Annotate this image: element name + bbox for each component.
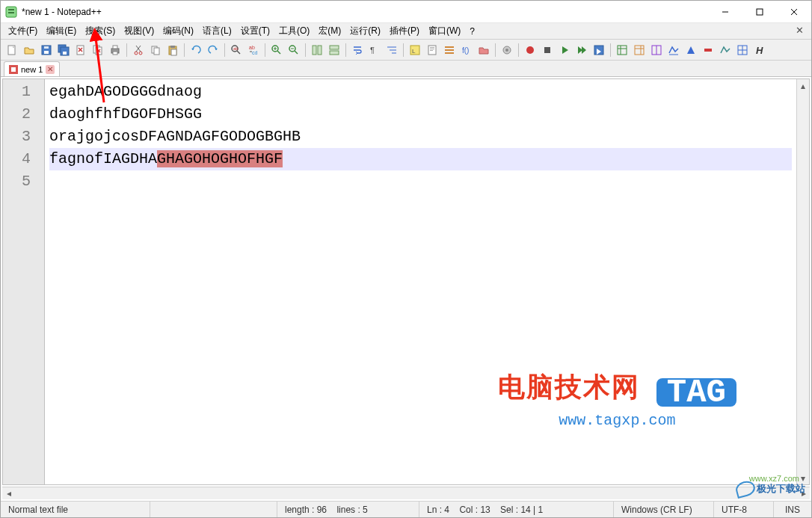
stop-macro-icon[interactable] (539, 42, 556, 58)
close-file-icon[interactable] (73, 42, 89, 58)
menu-view[interactable]: 视图(V) (120, 23, 159, 39)
bold-h-icon[interactable]: H (751, 42, 768, 58)
menu-language[interactable]: 语言(L) (198, 23, 236, 39)
svg-text:L: L (412, 48, 416, 55)
toolbar-separator (403, 43, 404, 57)
app-icon (5, 6, 17, 18)
toolbar-separator (224, 43, 225, 57)
tab-label: new 1 (21, 65, 43, 74)
menu-file[interactable]: 文件(F) (4, 23, 42, 39)
minimize-button[interactable] (708, 1, 742, 22)
status-length: length : 96 lines : 5 (277, 502, 419, 517)
doc-map-icon[interactable] (424, 42, 440, 58)
indent-guide-icon[interactable] (384, 42, 400, 58)
line-number: 2 (3, 103, 44, 126)
menu-tools[interactable]: 工具(O) (274, 23, 314, 39)
word-wrap-icon[interactable] (349, 42, 366, 58)
menu-bar: 文件(F) 编辑(E) 搜索(S) 视图(V) 编码(N) 语言(L) 设置(T… (1, 23, 811, 40)
svg-rect-66 (544, 47, 550, 53)
scroll-up-icon[interactable]: ▴ (797, 79, 809, 92)
svg-rect-59 (445, 46, 454, 48)
status-insert-mode[interactable]: INS (774, 502, 811, 517)
zoom-out-icon[interactable] (286, 42, 302, 58)
menu-help[interactable]: ? (465, 25, 479, 38)
save-icon[interactable] (38, 42, 55, 58)
svg-rect-71 (635, 46, 644, 55)
save-macro-icon[interactable] (591, 42, 607, 58)
doc-list-icon[interactable] (441, 42, 458, 58)
t5-icon[interactable] (683, 42, 699, 58)
line-number: 1 (3, 81, 44, 103)
func-list-icon[interactable]: f() (458, 42, 475, 58)
new-file-icon[interactable] (4, 42, 20, 58)
watermark-tagxp: 电脑技术网 TAG www.tagxp.com (498, 378, 736, 432)
menu-run[interactable]: 运行(R) (345, 23, 385, 39)
tab-bar: new 1 ✕ (1, 61, 811, 77)
menu-edit[interactable]: 编辑(E) (42, 23, 81, 39)
close-button[interactable] (777, 1, 811, 22)
toolbar-separator (610, 43, 611, 57)
t3-icon[interactable] (648, 42, 665, 58)
undo-icon[interactable] (188, 42, 204, 58)
t8-icon[interactable] (734, 42, 751, 58)
menu-macro[interactable]: 宏(M) (314, 23, 345, 39)
close-all-icon[interactable] (90, 42, 106, 58)
toolbar-separator (495, 43, 496, 57)
t6-icon[interactable] (700, 42, 716, 58)
toolbar-separator (305, 43, 306, 57)
tab-close-icon[interactable]: ✕ (46, 65, 55, 74)
svg-line-43 (295, 51, 298, 54)
find-icon[interactable]: ab (228, 42, 244, 58)
t2-icon[interactable] (631, 42, 648, 58)
play-macro-icon[interactable] (556, 42, 573, 58)
t1-icon[interactable] (614, 42, 630, 58)
menu-plugins[interactable]: 插件(P) (385, 23, 424, 39)
horizontal-scrollbar[interactable]: ◂ ▸ (2, 487, 810, 499)
vertical-scrollbar[interactable]: ▴ ▾ (796, 79, 809, 484)
line-number-gutter: 1 2 3 4 5 (3, 79, 45, 484)
t7-icon[interactable] (717, 42, 733, 58)
copy-icon[interactable] (147, 42, 164, 58)
status-eol[interactable]: Windows (CR LF) (614, 502, 714, 517)
scroll-left-icon[interactable]: ◂ (2, 487, 15, 499)
monitor-icon[interactable] (499, 42, 515, 58)
open-file-icon[interactable] (21, 42, 37, 58)
toolbar-separator (518, 43, 519, 57)
lang-udl-icon[interactable]: L (407, 42, 423, 58)
code-area[interactable]: egahDAGODGGGdnaog daoghfhfDGOFDHSGG oraj… (45, 79, 796, 484)
menu-search[interactable]: 搜索(S) (81, 23, 120, 39)
svg-rect-68 (618, 46, 627, 55)
redo-icon[interactable] (205, 42, 221, 58)
svg-rect-76 (704, 49, 712, 52)
status-encoding[interactable]: UTF-8 (714, 502, 774, 517)
scroll-down-icon[interactable]: ▾ (797, 472, 809, 484)
menubar-close-doc-icon[interactable]: ✕ (796, 25, 804, 36)
svg-rect-23 (113, 52, 117, 55)
cut-icon[interactable] (130, 42, 147, 58)
paste-icon[interactable] (164, 42, 181, 58)
toolbar-separator (126, 43, 127, 57)
replace-icon[interactable]: abcd (245, 42, 262, 58)
folder-icon[interactable] (476, 42, 492, 58)
svg-rect-46 (318, 46, 322, 55)
all-chars-icon[interactable]: ¶ (366, 42, 383, 58)
record-macro-icon[interactable] (522, 42, 538, 58)
t4-icon[interactable] (665, 42, 682, 58)
zoom-in-icon[interactable] (268, 42, 285, 58)
save-all-icon[interactable] (55, 42, 72, 58)
menu-encoding[interactable]: 编码(N) (159, 23, 198, 39)
scroll-right-icon[interactable]: ▸ (797, 487, 810, 499)
menu-settings[interactable]: 设置(T) (236, 23, 274, 39)
sync-h-icon[interactable] (326, 42, 342, 58)
svg-text:cd: cd (252, 50, 258, 55)
sync-v-icon[interactable] (309, 42, 325, 58)
line-number: 3 (3, 126, 44, 148)
print-icon[interactable] (107, 42, 123, 58)
play-multi-icon[interactable] (573, 42, 590, 58)
menu-window[interactable]: 窗口(W) (424, 23, 465, 39)
svg-rect-57 (430, 49, 434, 49)
svg-rect-32 (171, 49, 176, 55)
tab-new1[interactable]: new 1 ✕ (4, 61, 60, 76)
status-spacer (150, 502, 277, 517)
maximize-button[interactable] (742, 1, 777, 22)
